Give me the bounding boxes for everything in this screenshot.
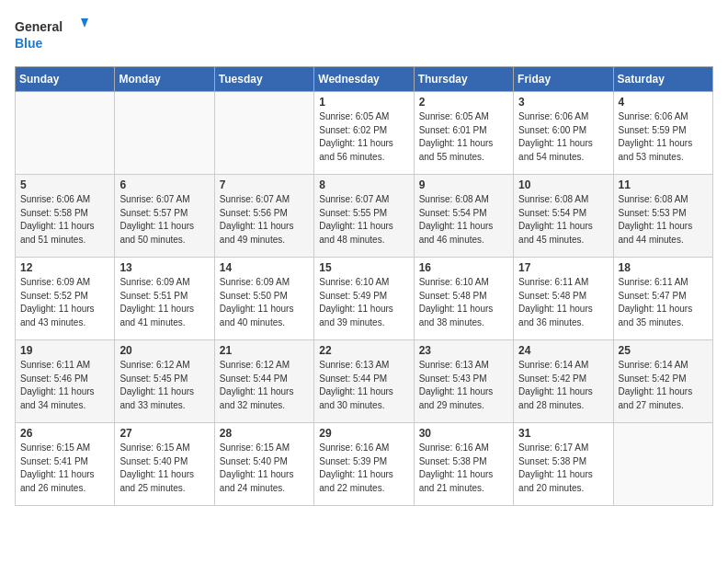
day-info: Sunrise: 6:08 AM Sunset: 5:54 PM Dayligh… xyxy=(419,193,508,247)
day-info: Sunrise: 6:07 AM Sunset: 5:55 PM Dayligh… xyxy=(319,193,408,247)
calendar-cell: 27Sunrise: 6:15 AM Sunset: 5:40 PM Dayli… xyxy=(115,423,214,506)
day-info: Sunrise: 6:17 AM Sunset: 5:38 PM Dayligh… xyxy=(518,442,608,495)
calendar-cell: 15Sunrise: 6:10 AM Sunset: 5:49 PM Dayli… xyxy=(314,258,414,340)
day-number: 19 xyxy=(20,344,109,357)
calendar-cell: 14Sunrise: 6:09 AM Sunset: 5:50 PM Dayli… xyxy=(214,258,313,340)
calendar-table: SundayMondayTuesdayWednesdayThursdayFrid… xyxy=(15,66,713,506)
day-number: 30 xyxy=(419,427,508,440)
day-info: Sunrise: 6:13 AM Sunset: 5:44 PM Dayligh… xyxy=(319,359,408,412)
day-info: Sunrise: 6:14 AM Sunset: 5:42 PM Dayligh… xyxy=(518,359,608,412)
calendar-cell: 29Sunrise: 6:16 AM Sunset: 5:39 PM Dayli… xyxy=(314,423,414,506)
calendar-cell: 31Sunrise: 6:17 AM Sunset: 5:38 PM Dayli… xyxy=(514,423,613,506)
day-number: 15 xyxy=(319,261,408,274)
weekday-header: Thursday xyxy=(414,67,513,92)
day-info: Sunrise: 6:05 AM Sunset: 6:01 PM Dayligh… xyxy=(419,110,508,164)
weekday-header: Tuesday xyxy=(214,67,313,92)
weekday-header: Saturday xyxy=(613,67,712,92)
day-info: Sunrise: 6:11 AM Sunset: 5:47 PM Dayligh… xyxy=(619,276,708,329)
calendar-cell xyxy=(16,92,115,175)
day-info: Sunrise: 6:12 AM Sunset: 5:44 PM Dayligh… xyxy=(220,359,309,412)
weekday-header: Monday xyxy=(115,67,214,92)
calendar-cell xyxy=(613,423,712,506)
calendar-cell: 7Sunrise: 6:07 AM Sunset: 5:56 PM Daylig… xyxy=(214,175,313,258)
day-number: 13 xyxy=(119,261,209,274)
day-info: Sunrise: 6:10 AM Sunset: 5:49 PM Dayligh… xyxy=(319,276,408,329)
day-number: 31 xyxy=(518,427,608,440)
day-info: Sunrise: 6:06 AM Sunset: 5:58 PM Dayligh… xyxy=(20,193,109,247)
day-number: 26 xyxy=(20,427,109,440)
day-number: 5 xyxy=(20,178,109,191)
day-info: Sunrise: 6:15 AM Sunset: 5:40 PM Dayligh… xyxy=(220,442,309,495)
calendar-cell: 24Sunrise: 6:14 AM Sunset: 5:42 PM Dayli… xyxy=(514,340,613,423)
day-number: 12 xyxy=(20,261,109,274)
day-number: 4 xyxy=(619,96,708,109)
calendar-cell: 11Sunrise: 6:08 AM Sunset: 5:53 PM Dayli… xyxy=(613,175,712,258)
calendar-cell: 20Sunrise: 6:12 AM Sunset: 5:45 PM Dayli… xyxy=(115,340,214,423)
day-number: 16 xyxy=(419,261,508,274)
calendar-cell: 26Sunrise: 6:15 AM Sunset: 5:41 PM Dayli… xyxy=(16,423,115,506)
calendar-cell: 21Sunrise: 6:12 AM Sunset: 5:44 PM Dayli… xyxy=(214,340,313,423)
day-info: Sunrise: 6:06 AM Sunset: 5:59 PM Dayligh… xyxy=(619,110,708,164)
day-info: Sunrise: 6:07 AM Sunset: 5:56 PM Dayligh… xyxy=(220,193,309,247)
calendar-cell: 16Sunrise: 6:10 AM Sunset: 5:48 PM Dayli… xyxy=(414,258,513,340)
day-number: 21 xyxy=(220,344,309,357)
day-info: Sunrise: 6:15 AM Sunset: 5:40 PM Dayligh… xyxy=(119,442,209,495)
calendar-cell: 12Sunrise: 6:09 AM Sunset: 5:52 PM Dayli… xyxy=(16,258,115,340)
day-info: Sunrise: 6:14 AM Sunset: 5:42 PM Dayligh… xyxy=(619,359,708,412)
day-number: 9 xyxy=(419,178,508,191)
day-info: Sunrise: 6:09 AM Sunset: 5:50 PM Dayligh… xyxy=(220,276,309,329)
calendar-cell xyxy=(115,92,214,175)
calendar-cell: 28Sunrise: 6:15 AM Sunset: 5:40 PM Dayli… xyxy=(214,423,313,506)
day-number: 2 xyxy=(419,96,508,109)
day-number: 1 xyxy=(319,96,408,109)
day-info: Sunrise: 6:12 AM Sunset: 5:45 PM Dayligh… xyxy=(119,359,209,412)
logo: General Blue xyxy=(15,15,88,55)
day-info: Sunrise: 6:16 AM Sunset: 5:38 PM Dayligh… xyxy=(419,442,508,495)
calendar-cell: 9Sunrise: 6:08 AM Sunset: 5:54 PM Daylig… xyxy=(414,175,513,258)
calendar-cell: 25Sunrise: 6:14 AM Sunset: 5:42 PM Dayli… xyxy=(613,340,712,423)
day-info: Sunrise: 6:05 AM Sunset: 6:02 PM Dayligh… xyxy=(319,110,408,164)
weekday-header: Wednesday xyxy=(314,67,414,92)
day-number: 22 xyxy=(319,344,408,357)
day-number: 25 xyxy=(619,344,708,357)
day-info: Sunrise: 6:09 AM Sunset: 5:51 PM Dayligh… xyxy=(119,276,209,329)
calendar-cell: 23Sunrise: 6:13 AM Sunset: 5:43 PM Dayli… xyxy=(414,340,513,423)
day-number: 28 xyxy=(220,427,309,440)
day-number: 10 xyxy=(518,178,608,191)
day-number: 14 xyxy=(220,261,309,274)
day-info: Sunrise: 6:08 AM Sunset: 5:53 PM Dayligh… xyxy=(619,193,708,247)
calendar-cell: 18Sunrise: 6:11 AM Sunset: 5:47 PM Dayli… xyxy=(613,258,712,340)
day-number: 20 xyxy=(119,344,209,357)
calendar-cell: 2Sunrise: 6:05 AM Sunset: 6:01 PM Daylig… xyxy=(414,92,513,175)
svg-text:Blue: Blue xyxy=(15,36,43,51)
day-number: 29 xyxy=(319,427,408,440)
day-number: 27 xyxy=(119,427,209,440)
day-number: 11 xyxy=(619,178,708,191)
calendar-cell: 8Sunrise: 6:07 AM Sunset: 5:55 PM Daylig… xyxy=(314,175,414,258)
calendar-header: SundayMondayTuesdayWednesdayThursdayFrid… xyxy=(16,67,713,92)
calendar-cell: 6Sunrise: 6:07 AM Sunset: 5:57 PM Daylig… xyxy=(115,175,214,258)
calendar-cell: 30Sunrise: 6:16 AM Sunset: 5:38 PM Dayli… xyxy=(414,423,513,506)
day-number: 24 xyxy=(518,344,608,357)
day-number: 17 xyxy=(518,261,608,274)
day-info: Sunrise: 6:08 AM Sunset: 5:54 PM Dayligh… xyxy=(518,193,608,247)
day-info: Sunrise: 6:06 AM Sunset: 6:00 PM Dayligh… xyxy=(518,110,608,164)
svg-marker-2 xyxy=(81,18,88,28)
day-number: 7 xyxy=(220,178,309,191)
calendar-cell: 3Sunrise: 6:06 AM Sunset: 6:00 PM Daylig… xyxy=(514,92,613,175)
calendar-cell: 19Sunrise: 6:11 AM Sunset: 5:46 PM Dayli… xyxy=(16,340,115,423)
day-info: Sunrise: 6:09 AM Sunset: 5:52 PM Dayligh… xyxy=(20,276,109,329)
day-info: Sunrise: 6:07 AM Sunset: 5:57 PM Dayligh… xyxy=(119,193,209,247)
calendar-cell: 22Sunrise: 6:13 AM Sunset: 5:44 PM Dayli… xyxy=(314,340,414,423)
day-number: 23 xyxy=(419,344,508,357)
svg-text:General: General xyxy=(15,19,63,34)
calendar-cell: 5Sunrise: 6:06 AM Sunset: 5:58 PM Daylig… xyxy=(16,175,115,258)
calendar-cell: 17Sunrise: 6:11 AM Sunset: 5:48 PM Dayli… xyxy=(514,258,613,340)
weekday-header: Friday xyxy=(514,67,613,92)
day-info: Sunrise: 6:11 AM Sunset: 5:46 PM Dayligh… xyxy=(20,359,109,412)
day-number: 3 xyxy=(518,96,608,109)
day-info: Sunrise: 6:11 AM Sunset: 5:48 PM Dayligh… xyxy=(518,276,608,329)
calendar-cell: 13Sunrise: 6:09 AM Sunset: 5:51 PM Dayli… xyxy=(115,258,214,340)
day-info: Sunrise: 6:13 AM Sunset: 5:43 PM Dayligh… xyxy=(419,359,508,412)
day-info: Sunrise: 6:15 AM Sunset: 5:41 PM Dayligh… xyxy=(20,442,109,495)
